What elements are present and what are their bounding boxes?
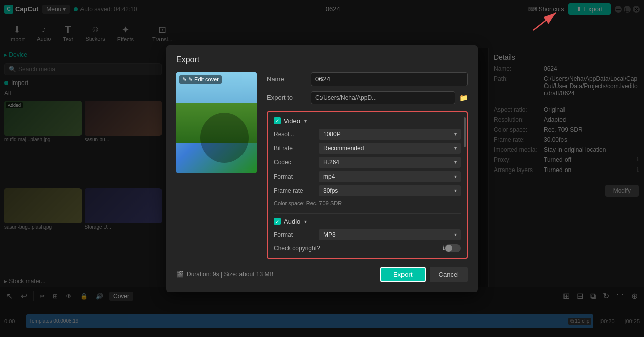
name-label: Name xyxy=(267,75,307,83)
cancel-button[interactable]: Cancel xyxy=(430,267,468,282)
bitrate-row: Bit rate Recommended ▾ xyxy=(274,143,461,154)
framerate-select[interactable]: 30fps ▾ xyxy=(319,185,461,196)
export-path-selector[interactable]: C:/Users/Neha/AppD... xyxy=(311,91,455,104)
framerate-row: Frame rate 30fps ▾ xyxy=(274,185,461,196)
resolution-select[interactable]: 1080P ▾ xyxy=(319,129,461,140)
cover-preview-inner xyxy=(176,72,257,173)
audio-section: ✓ Audio ▾ Format MP3 ▾ xyxy=(274,218,461,240)
codec-value: H.264 xyxy=(323,159,339,166)
codec-select[interactable]: H.264 ▾ xyxy=(319,157,461,168)
cover-section: ✎ ✎ Edit cover xyxy=(176,72,257,259)
audio-section-header: ✓ Audio ▾ xyxy=(274,218,461,225)
footer-info: 🎬 Duration: 9s | Size: about 13 MB xyxy=(176,271,274,278)
section-divider xyxy=(274,213,461,214)
audio-format-chevron-icon: ▾ xyxy=(454,232,457,237)
color-space-text: Color space: Rec. 709 SDR xyxy=(274,199,461,209)
export-to-row: Export to C:/Users/Neha/AppD... 📁 xyxy=(267,91,468,104)
edit-icon: ✎ xyxy=(182,76,187,83)
footer-buttons: Export Cancel xyxy=(380,267,468,282)
format-row: Format mp4 ▾ xyxy=(274,171,461,182)
video-section-title: Video xyxy=(284,117,300,125)
footer-info-text: Duration: 9s | Size: about 13 MB xyxy=(187,271,274,278)
copyright-label: Check copyright? xyxy=(274,245,441,252)
format-chevron-icon: ▾ xyxy=(454,174,457,179)
bitrate-value: Recommended xyxy=(323,145,364,152)
export-path-value: C:/Users/Neha/AppD... xyxy=(315,94,377,101)
export-to-label: Export to xyxy=(267,94,307,101)
audio-format-value: MP3 xyxy=(323,231,336,238)
resolution-value: 1080P xyxy=(323,131,341,138)
video-section-header: ✓ Video ▾ xyxy=(274,117,461,125)
modal-title: Export xyxy=(176,55,468,64)
resolution-label: Resol... xyxy=(274,131,319,138)
bitrate-chevron-icon: ▾ xyxy=(454,145,457,151)
video-checkbox[interactable]: ✓ xyxy=(274,117,281,124)
bitrate-label: Bit rate xyxy=(274,145,319,152)
toggle-knob xyxy=(445,245,452,252)
name-row: Name xyxy=(267,72,468,86)
codec-label: Codec xyxy=(274,159,319,166)
audio-format-row: Format MP3 ▾ xyxy=(274,229,461,240)
svg-line-1 xyxy=(533,13,556,30)
video-chevron-icon: ▾ xyxy=(304,118,307,124)
copyright-row: Check copyright? ℹ xyxy=(274,244,461,252)
framerate-label: Frame rate xyxy=(274,187,319,194)
copyright-toggle[interactable] xyxy=(445,244,461,252)
audio-chevron-icon: ▾ xyxy=(304,219,307,224)
audio-format-select[interactable]: MP3 ▾ xyxy=(319,229,461,240)
film-icon: 🎬 xyxy=(176,271,184,278)
codec-chevron-icon: ▾ xyxy=(454,159,457,165)
settings-box: ✓ Video ▾ Resol... 1080P ▾ Bit xyxy=(267,111,468,259)
framerate-value: 30fps xyxy=(323,187,338,194)
form-section: Name Export to C:/Users/Neha/AppD... 📁 xyxy=(267,72,468,259)
framerate-chevron-icon: ▾ xyxy=(454,188,457,193)
format-value: mp4 xyxy=(323,173,335,180)
name-input[interactable] xyxy=(311,72,468,86)
audio-checkbox[interactable]: ✓ xyxy=(274,218,281,225)
folder-icon[interactable]: 📁 xyxy=(459,94,468,102)
format-label: Format xyxy=(274,173,319,180)
export-modal: Export ✎ ✎ Edit cover xyxy=(166,45,478,292)
scroll-indicator[interactable] xyxy=(464,117,466,147)
modal-footer: 🎬 Duration: 9s | Size: about 13 MB Expor… xyxy=(176,267,468,282)
resolution-row: Resol... 1080P ▾ xyxy=(274,129,461,140)
modal-overlay: Export ✎ ✎ Edit cover xyxy=(0,0,644,337)
edit-cover-label: ✎ Edit cover xyxy=(188,76,219,83)
resolution-chevron-icon: ▾ xyxy=(454,131,457,137)
format-select[interactable]: mp4 ▾ xyxy=(319,171,461,182)
video-section: ✓ Video ▾ Resol... 1080P ▾ Bit xyxy=(274,117,461,209)
audio-section-title: Audio xyxy=(284,218,300,225)
edit-cover-button[interactable]: ✎ ✎ Edit cover xyxy=(179,75,222,84)
cover-preview[interactable]: ✎ ✎ Edit cover xyxy=(176,72,257,173)
export-button[interactable]: Export xyxy=(380,267,426,282)
modal-body: ✎ ✎ Edit cover Name Export to C:/Users/N… xyxy=(176,72,468,259)
codec-row: Codec H.264 ▾ xyxy=(274,157,461,168)
audio-format-label: Format xyxy=(274,231,319,238)
bitrate-select[interactable]: Recommended ▾ xyxy=(319,143,461,154)
